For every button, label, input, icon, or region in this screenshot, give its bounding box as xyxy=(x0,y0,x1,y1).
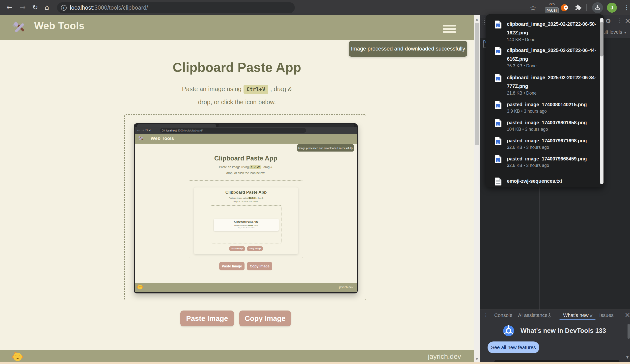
drawer-close-icon[interactable]: × xyxy=(624,311,630,319)
browser-toolbar: ← → ↻ ⌂ i localhost:3000/tools/clipboard… xyxy=(0,0,630,15)
download-name: pasted_image_1740079801858.png xyxy=(507,118,599,127)
paste-image-button[interactable]: Paste Image xyxy=(180,311,234,326)
inner-tab-strip xyxy=(137,124,216,127)
download-meta: 32.6 KB • 3 hours ago xyxy=(507,163,549,168)
download-name: pasted_image_1740080140215.png xyxy=(507,100,599,109)
inner-address-bar: i localhost:3000/tools/clipboard/ xyxy=(160,128,306,133)
web-tools-logo-icon xyxy=(13,21,26,34)
level3-instr2: drop, or click the icon below. xyxy=(214,227,279,229)
tab-whats-new-close-icon[interactable]: × xyxy=(589,313,593,319)
profile-avatar[interactable]: J xyxy=(607,3,617,13)
devtools-menu-icon[interactable]: ⋮ xyxy=(616,17,622,24)
scrollbar-thumb[interactable] xyxy=(475,23,479,145)
level2-instr2: drop, or click the icon below. xyxy=(194,200,298,203)
level2-paste-button: Paste Image xyxy=(229,246,245,251)
download-meta: 32.6 KB • 3 hours ago xyxy=(507,145,549,150)
tab-ai-assistance[interactable]: AI assistance xyxy=(518,313,548,318)
image-file-icon xyxy=(495,74,502,82)
download-icon xyxy=(594,4,601,11)
site-footer: jayrich.dev xyxy=(0,350,474,362)
extensions-puzzle-icon[interactable] xyxy=(574,4,582,11)
page-scrollbar[interactable]: ▲ ▼ xyxy=(474,15,480,362)
inner-kbd: Ctrl+V xyxy=(250,165,261,169)
download-meta: 140 KB • Done xyxy=(507,37,535,42)
inner-site-footer: jayrich.dev xyxy=(135,283,357,292)
image-file-icon xyxy=(495,155,502,163)
inner-tab-strip-2 xyxy=(218,124,354,127)
devtools-settings-icon[interactable]: ⚙ xyxy=(605,17,611,25)
toolbar-separator xyxy=(586,4,587,11)
hamburger-menu-icon[interactable] xyxy=(443,25,456,34)
inner-logo-icon xyxy=(138,136,144,141)
inner-instructions-line2: drop, or click the icon below. xyxy=(135,171,357,175)
whats-new-heading: What's new in DevTools 133 xyxy=(520,327,606,335)
image-file-icon xyxy=(495,101,502,109)
drawer-scrollbar-thumb[interactable] xyxy=(628,324,630,339)
bookmark-star-icon[interactable]: ☆ xyxy=(530,3,536,12)
instr-post: , drag & xyxy=(270,85,292,92)
popup-scrollbar[interactable] xyxy=(600,18,604,184)
scroll-down-icon[interactable]: ▼ xyxy=(474,357,480,361)
forward-icon[interactable]: → xyxy=(20,3,26,11)
scroll-up-icon[interactable]: ▲ xyxy=(474,17,480,21)
extension-glyph xyxy=(548,2,555,6)
instructions-line2: drop, or click the icon below. xyxy=(0,98,474,106)
inner-brand-title: Web Tools xyxy=(151,136,174,141)
inner-back-icon: ← xyxy=(137,128,140,132)
level2-dropzone: Clipboard Paste App Paste an image using… xyxy=(211,205,282,243)
download-meta: 3.9 KB • 3 hours ago xyxy=(507,109,547,114)
level2-instr1: Paste an image usingCtrl+V, drag & xyxy=(194,197,298,199)
download-name: clipboard_image_2025-02-20T22-06-34-777Z… xyxy=(507,73,599,91)
downloads-button[interactable] xyxy=(592,2,603,13)
flask-icon xyxy=(548,313,552,318)
level2-buttons: Paste Image Copy Image xyxy=(194,246,298,251)
inner-page-content: Image processed and downloaded successfu… xyxy=(135,144,357,283)
level3-title: Clipboard Paste App xyxy=(214,220,279,223)
nested-screenshot-level3: Clipboard Paste App Paste an image using… xyxy=(214,219,279,231)
image-file-icon xyxy=(495,137,502,145)
inner-copy-button: Copy Image xyxy=(247,262,272,270)
site-info-icon[interactable]: i xyxy=(60,3,68,12)
drawer-menu-icon[interactable]: ⋮ xyxy=(483,312,488,318)
back-icon[interactable]: ← xyxy=(6,3,12,11)
tab-issues[interactable]: Issues xyxy=(599,313,614,318)
brand-title: Web Tools xyxy=(34,20,84,31)
whats-new-card-edge xyxy=(494,360,620,362)
inner-reload-icon: ↻ xyxy=(145,128,148,132)
download-name: pasted_image_1740079668459.png xyxy=(507,154,599,163)
devtools-drawer-tabs: ⋮ Console AI assistance What's new × Iss… xyxy=(480,310,630,321)
devtools-close-icon[interactable]: × xyxy=(624,16,630,25)
whats-new-panel: What's new in DevTools 133 See all new f… xyxy=(480,321,630,362)
tab-whats-new[interactable]: What's new xyxy=(563,313,589,318)
url-host: localhost xyxy=(70,4,93,11)
extension-orange-icon[interactable] xyxy=(561,4,568,11)
home-icon[interactable]: ⌂ xyxy=(44,3,49,11)
copy-image-button[interactable]: Copy Image xyxy=(239,311,291,326)
tab-console[interactable]: Console xyxy=(494,313,512,318)
image-file-icon xyxy=(495,20,502,28)
footer-site-link[interactable]: jayrich.dev xyxy=(428,353,461,361)
download-meta: 76.3 KB • Done xyxy=(507,63,536,69)
popup-scrollbar-thumb[interactable] xyxy=(600,22,604,56)
see-all-features-button[interactable]: See all new features xyxy=(488,342,539,353)
instructions-line1: Paste an image usingCtrl+V, drag & xyxy=(0,85,474,94)
extension-badge: PAUSI xyxy=(545,7,559,13)
download-name: emoji-zwj-sequences.txt xyxy=(507,177,599,185)
inner-info-icon: i xyxy=(162,129,165,132)
inner-footer-site: jayrich.dev xyxy=(339,286,353,289)
url-path: :3000/tools/clipboard/ xyxy=(93,4,148,11)
pasted-screenshot-image: ← → ↻ ⌂ i localhost:3000/tools/clipboard… xyxy=(134,123,358,294)
drawer-scroll-down-icon[interactable]: ▼ xyxy=(626,356,628,359)
level2-title: Clipboard Paste App xyxy=(194,190,298,195)
inner-forward-icon: → xyxy=(141,128,144,132)
reload-icon[interactable]: ↻ xyxy=(32,3,38,11)
kbd-ctrl-v: Ctrl+V xyxy=(244,85,268,94)
browser-menu-icon[interactable]: ⋮ xyxy=(623,3,630,11)
address-bar[interactable]: i localhost:3000/tools/clipboard/ xyxy=(57,2,295,13)
inner-page-title: Clipboard Paste App xyxy=(135,154,357,162)
level3-instr1: Paste an image usingCtrl+V, drag & xyxy=(214,225,279,226)
inner-buttons: Paste Image Copy Image xyxy=(135,262,357,270)
download-name: clipboard_image_2025-02-20T22-06-44-616Z… xyxy=(507,46,599,63)
extension-paused-icon[interactable]: PAUSI xyxy=(544,1,559,14)
download-name: pasted_image_1740079671698.png xyxy=(507,136,599,145)
